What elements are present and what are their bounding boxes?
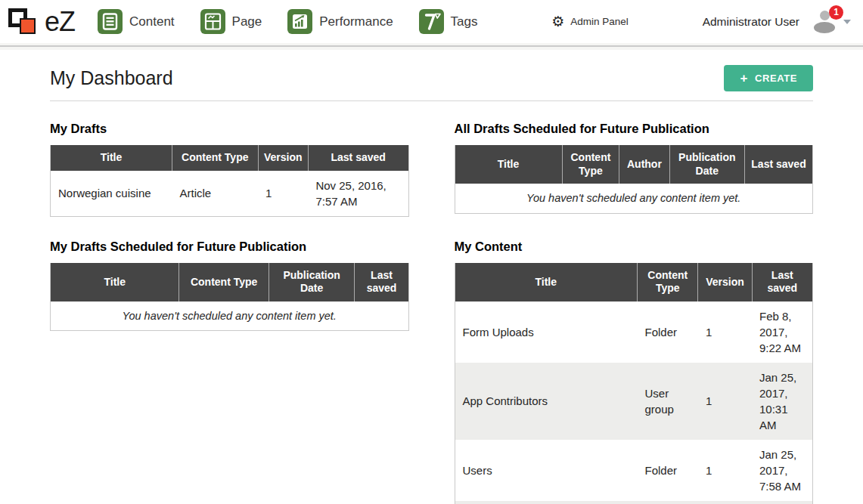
dashboard-main: My Dashboard + CREATE My Drafts TitleCon… bbox=[0, 50, 863, 504]
table-header-row: TitleContent TypeVersionLast saved bbox=[455, 263, 813, 301]
nav-item-page[interactable]: Page bbox=[200, 9, 262, 34]
column-header: Title bbox=[51, 145, 172, 171]
table-cell: Jan 25, 2017, 7:55 AM bbox=[752, 501, 813, 504]
table-cell: Folder bbox=[638, 501, 698, 504]
table-cell: 1 bbox=[698, 440, 752, 501]
nav-label: Content bbox=[129, 14, 175, 29]
page-title: My Dashboard bbox=[50, 67, 173, 89]
dashboard-grid: My Drafts TitleContent TypeVersionLast s… bbox=[50, 122, 813, 504]
table-cell: Article bbox=[172, 171, 258, 217]
column-header: Title bbox=[455, 263, 638, 301]
table-row[interactable]: Form UploadsFolder1Feb 8, 2017, 9:22 AM bbox=[455, 301, 813, 363]
ez-logo-orange-square bbox=[20, 18, 36, 34]
section-title: All Drafts Scheduled for Future Publicat… bbox=[455, 122, 814, 136]
ez-logo[interactable]: eZ bbox=[8, 8, 75, 36]
chevron-down-icon bbox=[843, 20, 851, 24]
table-cell: Users bbox=[455, 440, 638, 501]
table-row[interactable]: UsersFolder1Jan 25, 2017, 7:58 AM bbox=[455, 440, 813, 501]
column-header: Last saved bbox=[745, 145, 813, 184]
table-header-row: TitleContent TypePublication DateLast sa… bbox=[51, 263, 409, 301]
table-cell: 1 bbox=[698, 301, 752, 363]
table-cell: App Contributors bbox=[455, 363, 638, 440]
column-header: Content Type bbox=[638, 263, 698, 301]
user-menu-toggle[interactable]: 1 bbox=[811, 11, 851, 33]
my-drafts-scheduled-table: TitleContent TypePublication DateLast sa… bbox=[50, 263, 409, 331]
column-header: Version bbox=[698, 263, 752, 301]
avatar-body bbox=[814, 22, 835, 33]
column-header: Content Type bbox=[179, 263, 269, 301]
empty-message: You haven't scheduled any content item y… bbox=[51, 301, 409, 331]
section-my-drafts: My Drafts TitleContent TypeVersionLast s… bbox=[50, 122, 409, 217]
column-header: Publication Date bbox=[669, 145, 744, 184]
column-header: Publication Date bbox=[269, 263, 355, 301]
notification-badge[interactable]: 1 bbox=[829, 5, 843, 20]
table-cell: User group bbox=[638, 363, 698, 440]
column-header: Title bbox=[51, 263, 179, 301]
page-header: My Dashboard + CREATE bbox=[50, 50, 813, 101]
nav-label: Page bbox=[232, 14, 262, 29]
user-area: Administrator User 1 bbox=[703, 11, 851, 33]
table-cell: Folder bbox=[638, 301, 698, 363]
table-cell: Feb 8, 2017, 9:22 AM bbox=[752, 301, 813, 363]
table-cell: 1 bbox=[258, 171, 308, 217]
topbar-divider bbox=[0, 43, 863, 50]
column-header: Version bbox=[258, 145, 308, 171]
page-icon bbox=[200, 9, 225, 34]
column-header: Title bbox=[455, 145, 562, 184]
table-cell: Nov 25, 2016, 7:57 AM bbox=[308, 171, 408, 217]
column-header: Last saved bbox=[308, 145, 408, 171]
column-header: Last saved bbox=[752, 263, 813, 301]
section-title: My Content bbox=[455, 240, 814, 254]
main-nav: Content Page bbox=[98, 9, 478, 34]
table-cell: Folder bbox=[638, 440, 698, 501]
nav-item-tags[interactable]: Tags bbox=[419, 9, 478, 34]
table-row[interactable]: AppFolder1Jan 25, 2017, 7:55 AM bbox=[455, 501, 813, 504]
ez-logo-text: eZ bbox=[45, 8, 75, 36]
admin-panel-label: Admin Panel bbox=[570, 16, 629, 27]
section-my-drafts-scheduled: My Drafts Scheduled for Future Publicati… bbox=[50, 240, 409, 504]
nav-label: Performance bbox=[319, 14, 393, 29]
column-header: Author bbox=[619, 145, 669, 184]
column-header: Content Type bbox=[172, 145, 258, 171]
column-header: Last saved bbox=[355, 263, 408, 301]
table-header-row: TitleContent TypeVersionLast saved bbox=[51, 145, 409, 171]
nav-item-performance[interactable]: Performance bbox=[287, 9, 393, 34]
performance-icon bbox=[287, 9, 312, 34]
my-content-table: TitleContent TypeVersionLast savedForm U… bbox=[455, 263, 814, 504]
section-all-drafts-scheduled: All Drafts Scheduled for Future Publicat… bbox=[455, 122, 814, 217]
table-empty-row: You haven't scheduled any content item y… bbox=[51, 301, 409, 331]
section-title: My Drafts bbox=[50, 122, 409, 136]
all-drafts-scheduled-table: TitleContent TypeAuthorPublication DateL… bbox=[455, 145, 814, 213]
tags-icon bbox=[419, 9, 444, 34]
table-empty-row: You haven't scheduled any content item y… bbox=[455, 184, 813, 213]
create-button-label: CREATE bbox=[755, 73, 797, 84]
empty-message: You haven't scheduled any content item y… bbox=[455, 184, 813, 213]
ez-logo-icon bbox=[8, 8, 39, 36]
section-title: My Drafts Scheduled for Future Publicati… bbox=[50, 240, 409, 254]
table-cell: App bbox=[455, 501, 638, 504]
table-cell: Jan 25, 2017, 10:31 AM bbox=[752, 363, 813, 440]
user-avatar-icon: 1 bbox=[811, 11, 838, 33]
create-button[interactable]: + CREATE bbox=[724, 65, 813, 91]
gear-icon: ⚙ bbox=[551, 14, 564, 29]
table-cell: 1 bbox=[698, 363, 752, 440]
column-header: Content Type bbox=[562, 145, 619, 184]
content-icon bbox=[98, 9, 123, 34]
my-drafts-table: TitleContent TypeVersionLast savedNorweg… bbox=[50, 145, 409, 217]
table-cell: Form Uploads bbox=[455, 301, 638, 363]
plus-icon: + bbox=[740, 73, 748, 84]
table-cell: 1 bbox=[698, 501, 752, 504]
table-cell: Jan 25, 2017, 7:58 AM bbox=[752, 440, 813, 501]
table-header-row: TitleContent TypeAuthorPublication DateL… bbox=[455, 145, 813, 184]
admin-panel-link[interactable]: ⚙ Admin Panel bbox=[551, 14, 629, 29]
user-name: Administrator User bbox=[703, 15, 799, 29]
section-my-content: My Content TitleContent TypeVersionLast … bbox=[455, 240, 814, 504]
nav-item-content[interactable]: Content bbox=[98, 9, 175, 34]
top-navigation-bar: eZ Content bbox=[0, 0, 863, 43]
table-row[interactable]: App ContributorsUser group1Jan 25, 2017,… bbox=[455, 363, 813, 440]
table-cell: Norwegian cuisine bbox=[51, 171, 172, 217]
table-row[interactable]: Norwegian cuisineArticle1Nov 25, 2016, 7… bbox=[51, 171, 409, 217]
nav-label: Tags bbox=[451, 14, 478, 29]
